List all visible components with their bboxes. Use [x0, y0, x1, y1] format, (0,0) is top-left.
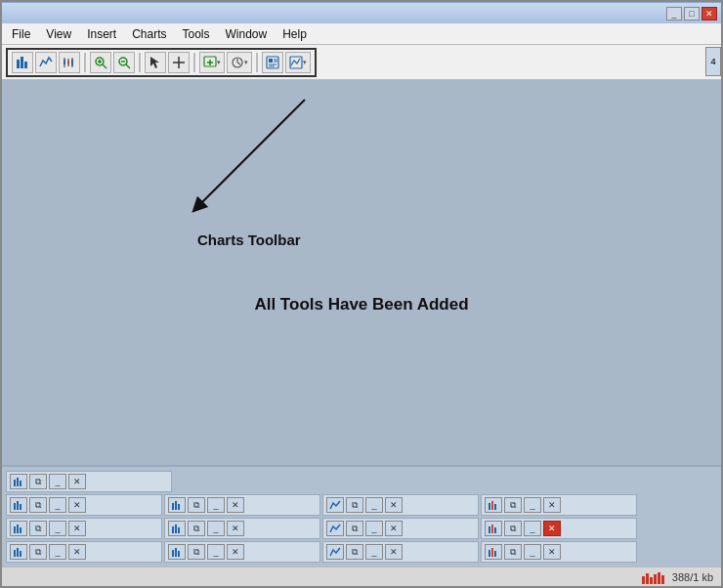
minimize-btn-4-3[interactable]: _ [365, 544, 383, 560]
timeframe-icon[interactable]: ▾ [227, 52, 252, 73]
indicator-icon[interactable]: ▾ [285, 52, 311, 73]
chart-icon-1-1 [10, 474, 27, 489]
svg-rect-40 [172, 503, 174, 510]
template-icon[interactable] [262, 52, 283, 73]
svg-rect-46 [14, 526, 16, 533]
menu-help[interactable]: Help [276, 25, 313, 43]
close-btn-4-1[interactable]: ✕ [68, 544, 86, 560]
svg-marker-16 [150, 57, 159, 68]
new-chart-icon[interactable]: ▾ [199, 52, 225, 73]
close-btn-3-2[interactable]: ✕ [227, 521, 244, 536]
minimize-btn-4-2[interactable]: _ [207, 544, 225, 560]
sub-window-2-4: ⧉ _ ✕ [481, 494, 637, 516]
line-chart-icon[interactable] [35, 52, 57, 73]
chart-icon-2-1 [10, 497, 27, 513]
svg-rect-45 [494, 504, 496, 510]
menu-window[interactable]: Window [220, 25, 274, 43]
minimize-btn-2-3[interactable]: _ [365, 497, 383, 513]
close-btn-2-2[interactable]: ✕ [227, 497, 244, 513]
close-btn-4-3[interactable]: ✕ [385, 544, 403, 560]
svg-rect-48 [20, 527, 21, 533]
close-button[interactable]: ✕ [702, 7, 717, 21]
bar-chart-icon[interactable] [12, 52, 33, 73]
chart-icon-4-4 [485, 544, 502, 560]
svg-rect-6 [67, 61, 69, 64]
restore-btn-3-3[interactable]: ⧉ [346, 521, 363, 536]
svg-line-10 [103, 64, 106, 68]
zoom-out-icon[interactable] [113, 52, 135, 73]
menu-insert[interactable]: Insert [81, 25, 122, 43]
svg-rect-52 [489, 526, 490, 533]
svg-rect-42 [178, 504, 180, 510]
minimize-btn-2-2[interactable]: _ [207, 497, 225, 513]
restore-btn-2-4[interactable]: ⧉ [504, 497, 522, 513]
close-btn-3-3[interactable]: ✕ [385, 521, 403, 536]
svg-rect-69 [661, 575, 664, 584]
sep3 [193, 53, 195, 72]
menu-tools[interactable]: Tools [177, 25, 216, 43]
restore-btn-3-4[interactable]: ⧉ [504, 521, 522, 536]
menu-view[interactable]: View [40, 25, 77, 43]
close-btn-3-4-red[interactable]: ✕ [543, 521, 561, 536]
svg-rect-47 [17, 525, 19, 533]
app-window: _ □ ✕ File View Insert Charts Tools Wind… [0, 0, 723, 588]
minimize-btn-3-1[interactable]: _ [49, 521, 66, 536]
restore-btn-3-1[interactable]: ⧉ [29, 521, 47, 536]
svg-rect-57 [20, 551, 21, 557]
restore-btn-2-1[interactable]: ⧉ [29, 497, 47, 513]
minimize-btn-4-1[interactable]: _ [49, 544, 66, 560]
close-btn-4-4[interactable]: ✕ [543, 544, 561, 560]
restore-btn-2-3[interactable]: ⧉ [346, 497, 363, 513]
svg-rect-35 [17, 478, 19, 486]
title-bar-buttons: _ □ ✕ [666, 7, 717, 21]
menu-charts[interactable]: Charts [126, 25, 172, 43]
close-btn-3-1[interactable]: ✕ [68, 521, 86, 536]
sep2 [139, 53, 141, 72]
sub-row-4: ⧉ _ ✕ ⧉ _ ✕ ⧉ _ ✕ [6, 541, 717, 563]
minimize-button[interactable]: _ [666, 7, 682, 21]
menu-file[interactable]: File [6, 25, 36, 43]
sub-row-2: ⧉ _ ✕ ⧉ _ ✕ ⧉ _ ✕ [6, 494, 717, 516]
pointer-icon[interactable] [145, 52, 166, 73]
close-btn-2-1[interactable]: ✕ [68, 497, 86, 513]
side-number-indicator: 4 [705, 47, 721, 76]
restore-btn-4-2[interactable]: ⧉ [188, 544, 205, 560]
restore-btn-4-1[interactable]: ⧉ [29, 544, 47, 560]
sub-window-4-1: ⧉ _ ✕ [6, 541, 162, 563]
candle-chart-icon[interactable] [59, 52, 80, 73]
sub-window-1-1: ⧉ _ ✕ [6, 471, 172, 492]
close-btn-1-1[interactable]: ✕ [68, 474, 86, 489]
svg-rect-68 [658, 572, 660, 584]
restore-btn-4-4[interactable]: ⧉ [504, 544, 522, 560]
close-btn-2-4[interactable]: ✕ [543, 497, 561, 513]
chart-icon-3-3 [326, 521, 344, 536]
minimize-btn-3-2[interactable]: _ [207, 521, 225, 536]
restore-btn-2-2[interactable]: ⧉ [188, 497, 205, 513]
restore-btn-1-1[interactable]: ⧉ [29, 474, 47, 489]
restore-btn-3-2[interactable]: ⧉ [188, 521, 205, 536]
minimize-btn-3-4[interactable]: _ [524, 521, 541, 536]
minimize-btn-2-1[interactable]: _ [49, 497, 66, 513]
restore-btn-4-3[interactable]: ⧉ [346, 544, 363, 560]
close-btn-4-2[interactable]: ✕ [227, 544, 244, 560]
minimize-btn-2-4[interactable]: _ [524, 497, 541, 513]
annotation-arrow [119, 90, 363, 246]
sub-windows-container: ⧉ _ ✕ ⧉ _ ✕ ⧉ _ [6, 471, 717, 563]
maximize-button[interactable]: □ [684, 7, 700, 21]
sub-window-3-3: ⧉ _ ✕ [322, 518, 479, 539]
svg-rect-53 [491, 525, 493, 533]
chart-icon-2-4 [485, 497, 502, 513]
svg-rect-4 [64, 60, 65, 64]
close-btn-2-3[interactable]: ✕ [385, 497, 403, 513]
zoom-in-icon[interactable] [90, 52, 111, 73]
chart-icon-2-3 [326, 497, 344, 513]
bottom-panel: ⧉ _ ✕ ⧉ _ ✕ ⧉ _ [2, 465, 721, 567]
sub-row-3: ⧉ _ ✕ ⧉ _ ✕ ⧉ _ ✕ [6, 518, 717, 539]
svg-rect-1 [21, 57, 23, 68]
svg-rect-55 [14, 550, 16, 557]
minimize-btn-3-3[interactable]: _ [365, 521, 383, 536]
minimize-btn-4-4[interactable]: _ [524, 544, 541, 560]
sub-window-2-2: ⧉ _ ✕ [164, 494, 320, 516]
minimize-btn-1-1[interactable]: _ [49, 474, 66, 489]
crosshair-icon[interactable] [168, 52, 190, 73]
